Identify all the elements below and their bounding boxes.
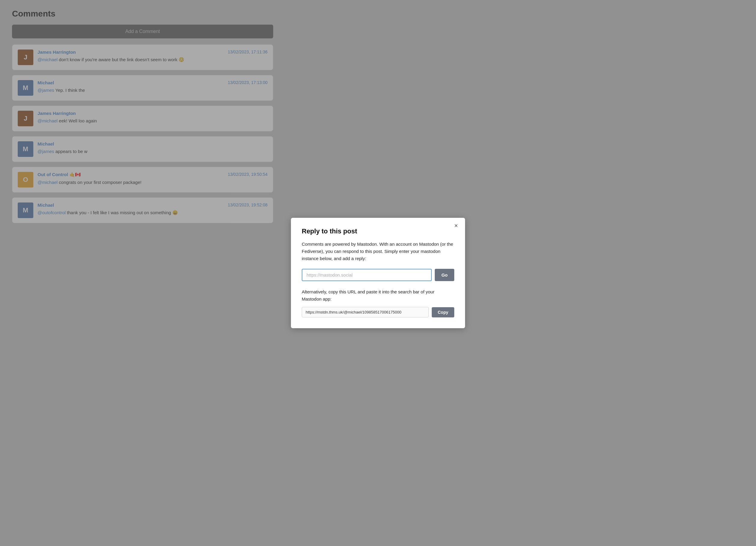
instance-input[interactable]: [302, 269, 432, 281]
close-button[interactable]: ×: [452, 222, 460, 229]
modal-overlay: × Reply to this post Comments are powere…: [0, 0, 756, 546]
copy-button[interactable]: Copy: [432, 307, 454, 317]
instance-row: Go: [302, 269, 454, 281]
url-display: https://mstdn.thms.uk/@michael/109858517…: [302, 307, 429, 317]
alt-text: Alternatively, copy this URL and paste i…: [302, 288, 454, 303]
url-row: https://mstdn.thms.uk/@michael/109858517…: [302, 307, 454, 317]
modal-description: Comments are powered by Mastodon. With a…: [302, 241, 454, 262]
reply-modal: × Reply to this post Comments are powere…: [291, 218, 465, 328]
go-button[interactable]: Go: [435, 269, 454, 281]
modal-title: Reply to this post: [302, 228, 454, 235]
